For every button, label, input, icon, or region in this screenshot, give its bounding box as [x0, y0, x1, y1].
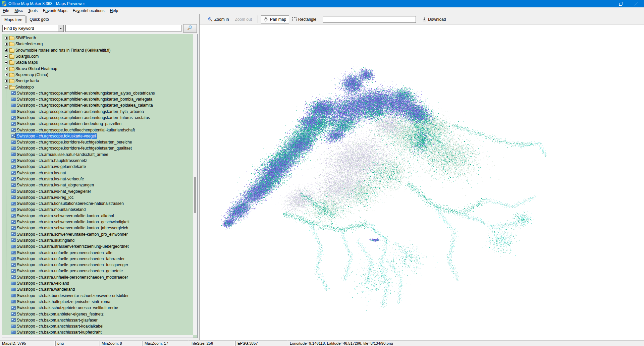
map-viewport[interactable] — [200, 24, 644, 340]
zoom-out-button[interactable]: Zoom out — [232, 15, 255, 23]
pan-map-button[interactable]: Pan map — [261, 15, 289, 23]
tree-item[interactable]: Swisstopo - ch.armasuisse.natur-landscha… — [2, 152, 193, 158]
expand-icon[interactable] — [5, 67, 8, 70]
tree-item[interactable]: Swisstopo - ch.agroscope.amphibien-ausbr… — [2, 90, 193, 96]
tree-item[interactable]: Swisstopo - ch.astra.unfaelle-personensc… — [2, 274, 193, 280]
tab-maps-tree[interactable]: Maps tree — [1, 15, 25, 23]
restore-button[interactable] — [613, 0, 629, 7]
menu-item-favoritemaps[interactable]: FavoriteMaps — [40, 7, 70, 14]
tree-item[interactable]: Swisstopo - ch.astra.konsultationsbereic… — [2, 200, 193, 207]
tab-quick-goto[interactable]: Quick goto — [26, 16, 52, 23]
expand-icon[interactable] — [5, 79, 8, 82]
tree-item[interactable]: Swisstopo - ch.astra.unfaelle-personensc… — [2, 256, 193, 262]
tree-item[interactable]: Swisstopo - ch.astra.ivs-reg_loc — [2, 194, 193, 200]
scrollbar-thumb[interactable] — [194, 177, 196, 213]
tree-item[interactable]: Swisstopo - ch.agroscope.korridore-feuch… — [2, 145, 193, 151]
tree-item[interactable]: Swisstopo - ch.agroscope.amphibien-bedeu… — [2, 121, 193, 127]
menu-item-file[interactable]: File — [0, 7, 12, 14]
tree-item[interactable]: Swisstopo - ch.bakom.anschlussart-glasfa… — [2, 317, 193, 323]
tree-item[interactable]: Swisstopo - ch.astra.mountainbikeland — [2, 207, 193, 213]
folder-icon — [9, 37, 14, 40]
tree-item-label: Swisstopo - ch.agroscope.fokuskarte-voeg… — [16, 133, 97, 139]
tree-item[interactable]: Swisstopo - ch.astra.veloland — [2, 280, 193, 286]
tree-item[interactable]: Swisstopo - ch.agroscope.amphibien-ausbr… — [2, 115, 193, 121]
tree-item[interactable]: Swisstopo - ch.bakom.anbieter-eigenes_fe… — [2, 311, 193, 317]
search-mode-select[interactable]: Find by Keyword — [2, 25, 64, 32]
tree-item[interactable]: Skoterleder.org — [2, 41, 193, 47]
tree-item-label: Swisstopo - ch.astra.strassenverkehrszae… — [16, 244, 130, 249]
expand-icon[interactable] — [5, 73, 8, 76]
tree-item[interactable]: Swisstopo - ch.bakom.anschlussart-koaxia… — [2, 323, 193, 329]
map-layer-icon — [11, 147, 16, 150]
tree-item[interactable]: Swisstopo - ch.astra.unfaelle-personensc… — [2, 249, 193, 255]
tree-item[interactable]: Swisstopo - ch.agroscope.feuchtflaechenp… — [2, 127, 193, 133]
tree-item[interactable]: Swisstopo - ch.bak.schutzgebiete-unesco_… — [2, 305, 193, 311]
combo-dropdown-button[interactable] — [58, 25, 63, 32]
tree-item[interactable]: Swisstopo - ch.bakom.anschlussart-kupfer… — [2, 329, 193, 335]
close-button[interactable] — [629, 0, 644, 7]
tree-item[interactable]: Swisstopo - ch.astra.schwerverunfallte-k… — [2, 213, 193, 219]
folder-icon — [9, 79, 14, 83]
tree-item[interactable]: Swisstopo - ch.bak.bundesinventar-schuet… — [2, 292, 193, 298]
search-button[interactable] — [183, 24, 197, 33]
expand-icon[interactable] — [5, 49, 8, 52]
tree-item[interactable]: Swisstopo - ch.astra.ivs-gelaendekarte — [2, 164, 193, 170]
tree-item[interactable]: Swisstopo - ch.astra.unfaelle-personensc… — [2, 268, 193, 274]
map-layer-icon — [11, 220, 16, 224]
download-button[interactable]: Download — [419, 15, 449, 23]
map-canvas[interactable] — [200, 25, 644, 340]
tree-item-label: Swisstopo - ch.astra.ivs-nat_abgrenzunge… — [16, 182, 95, 188]
menu-item-help[interactable]: Help — [107, 7, 121, 14]
tree-item[interactable]: Swisstopo - ch.bak.halteplaetze-jenische… — [2, 299, 193, 305]
tree-item[interactable]: Swisstopo - ch.astra.hauptstrassennetz — [2, 158, 193, 164]
menu-item-tools[interactable]: Tools — [25, 7, 40, 14]
left-panel: Maps tree Quick goto Find by Keyword SIW… — [0, 14, 200, 340]
tree-item[interactable]: Swisstopo - ch.astra.ivs-nat — [2, 170, 193, 176]
tree-item[interactable]: Swisstopo - ch.astra.ivs-nat_abgrenzunge… — [2, 182, 193, 188]
expand-icon[interactable] — [5, 61, 8, 64]
expand-icon[interactable] — [5, 43, 8, 46]
search-input[interactable] — [65, 25, 181, 32]
tree-vertical-scrollbar[interactable] — [193, 34, 197, 335]
map-layer-icon — [11, 189, 16, 193]
tree-item[interactable]: Strava Global Heatmap — [2, 65, 193, 71]
menu-item-favoritelocations[interactable]: FavoriteLocations — [70, 7, 107, 14]
tree-item[interactable]: Swisstopo - ch.agroscope.fokuskarte-voeg… — [2, 133, 193, 139]
tree-item[interactable]: Swisstopo - ch.astra.schwerverunfallte-k… — [2, 219, 193, 225]
tree-item[interactable]: Swisstopo - ch.astra.wanderland — [2, 286, 193, 292]
map-layer-icon — [11, 318, 16, 322]
tree-item-label: Swisstopo - ch.astra.unfaelle-personensc… — [16, 262, 129, 268]
tree-item[interactable]: Swisstopo - ch.astra.ivs-nat_wegbegleite… — [2, 188, 193, 194]
tree-item[interactable]: SIWEIearth — [2, 35, 193, 41]
map-layer-icon — [11, 159, 16, 163]
tree-item[interactable]: Swisstopo - ch.astra.schwerverunfallte-k… — [2, 225, 193, 231]
zoom-in-button[interactable]: Zoom in — [205, 15, 232, 23]
map-layer-icon — [11, 238, 16, 242]
tree-item[interactable]: Swisstopo - ch.astra.strassenverkehrszae… — [2, 243, 193, 249]
tree-horizontal-scrollbar[interactable] — [2, 335, 193, 338]
tree-item[interactable]: Supermap (China) — [2, 72, 193, 78]
tree-item[interactable]: Swisstopo - ch.agroscope.korridore-feuch… — [2, 139, 193, 145]
menu-item-misc[interactable]: Misc — [12, 7, 25, 14]
tree-item[interactable]: Swisstopo - ch.astra.ivs-nat-verlaeufe — [2, 176, 193, 182]
tree-item[interactable]: Swisstopo - ch.astra.schwerverunfallte-k… — [2, 231, 193, 237]
minimize-button[interactable] — [598, 0, 613, 7]
collapse-icon[interactable] — [5, 85, 8, 89]
tree-item[interactable]: Swisstopo - ch.astra.skatingland — [2, 237, 193, 243]
toolbar-input[interactable] — [323, 16, 416, 23]
expand-icon[interactable] — [5, 55, 8, 58]
map-layer-icon — [11, 288, 16, 291]
rectangle-button[interactable]: Rectangle — [289, 15, 319, 23]
map-layer-icon — [11, 134, 16, 138]
tree-item[interactable]: Stadia Maps — [2, 59, 193, 65]
tree-item[interactable]: Snowmobile routes and ruts in Finland (K… — [2, 47, 193, 53]
tree-item[interactable]: Swisstopo - ch.agroscope.amphibien-ausbr… — [2, 102, 193, 108]
tree-item[interactable]: Swisstopo - ch.astra.unfaelle-personensc… — [2, 262, 193, 268]
tree-item[interactable]: Solargis.com — [2, 53, 193, 59]
tree-item[interactable]: Sverige karta — [2, 78, 193, 84]
tree-item[interactable]: Swisstopo - ch.agroscope.amphibien-ausbr… — [2, 109, 193, 115]
tree-item-label: Swisstopo - ch.astra.ivs-nat_wegbegleite… — [16, 189, 92, 194]
tree-item[interactable]: Swisstopo - ch.agroscope.amphibien-ausbr… — [2, 96, 193, 102]
expand-icon[interactable] — [5, 37, 8, 40]
tree-item[interactable]: Swisstopo — [2, 84, 193, 90]
